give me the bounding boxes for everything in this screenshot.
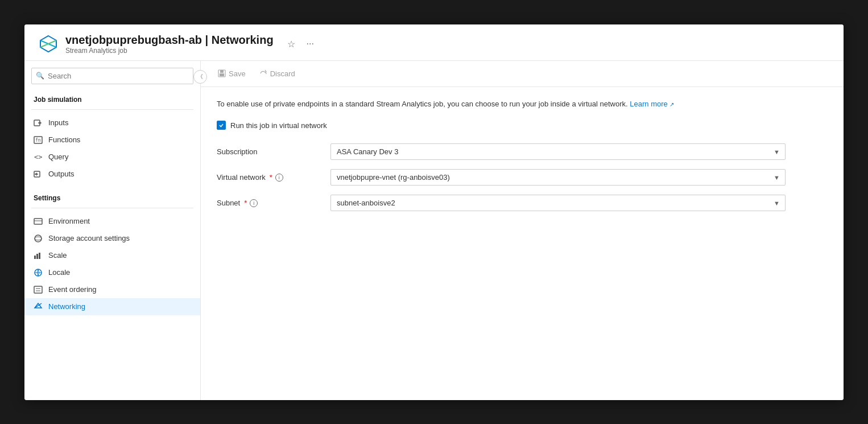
subscription-label: Subscription — [217, 147, 330, 156]
virtual-network-required: * — [270, 173, 272, 182]
sidebar-item-outputs[interactable]: Outputs — [24, 166, 200, 183]
sidebar-item-scale[interactable]: Scale — [24, 247, 200, 264]
search-input[interactable] — [31, 68, 193, 84]
section-job-simulation: Job simulation — [24, 91, 200, 107]
sidebar-item-event-ordering-label: Event ordering — [48, 285, 97, 294]
inputs-icon — [34, 118, 43, 127]
sidebar-item-outputs-label: Outputs — [48, 170, 75, 178]
save-label: Save — [229, 69, 246, 78]
subnet-row: Subnet * i subnet-anboisve2 ▼ — [217, 195, 786, 211]
save-icon — [218, 69, 226, 77]
environment-icon — [34, 217, 43, 226]
subnet-select[interactable]: subnet-anboisve2 — [330, 195, 786, 211]
more-options-button[interactable]: ··· — [304, 36, 316, 51]
page-title: vnetjobpuprebugbash-ab | Networking — [65, 34, 274, 47]
sidebar-item-environment-label: Environment — [48, 217, 90, 225]
sidebar-item-query-label: Query — [48, 153, 68, 161]
toolbar: Save Discard — [201, 61, 844, 87]
subscription-select-wrapper: ASA Canary Dev 3 ▼ — [330, 143, 786, 160]
virtual-network-checkbox-row: Run this job in virtual network — [217, 121, 828, 130]
virtual-network-row: Virtual network * i vnetjobpupre-vnet (r… — [217, 169, 786, 186]
learn-more-link[interactable]: Learn more ↗ — [630, 100, 674, 108]
virtual-network-label: Virtual network * i — [217, 173, 330, 182]
svg-point-13 — [35, 237, 42, 240]
app-window: vnetjobpuprebugbash-ab | Networking Stre… — [24, 24, 844, 400]
favorite-button[interactable]: ☆ — [285, 36, 297, 52]
virtual-network-select[interactable]: vnetjobpupre-vnet (rg-anboisve03) — [330, 169, 786, 186]
networking-icon — [34, 302, 43, 311]
checkbox-label: Run this job in virtual network — [230, 121, 327, 130]
subnet-info-icon[interactable]: i — [250, 199, 258, 207]
virtual-network-info-icon[interactable]: i — [275, 174, 283, 182]
sidebar-item-inputs[interactable]: Inputs — [24, 114, 200, 131]
storage-icon — [34, 234, 43, 243]
search-box: 🔍 — [31, 68, 193, 84]
sidebar-item-networking-label: Networking — [48, 302, 85, 311]
sidebar-item-locale[interactable]: Locale — [24, 264, 200, 281]
info-text: To enable use of private endpoints in a … — [217, 98, 729, 110]
sidebar-item-networking[interactable]: Networking — [24, 298, 200, 315]
sidebar-item-functions[interactable]: fn Functions — [24, 131, 200, 149]
svg-text:<>: <> — [34, 153, 42, 161]
sidebar-item-storage-account-settings[interactable]: Storage account settings — [24, 230, 200, 247]
outputs-icon — [34, 170, 43, 179]
sidebar-item-query[interactable]: <> Query — [24, 149, 200, 166]
sidebar-item-locale-label: Locale — [48, 268, 70, 277]
info-text-content: To enable use of private endpoints in a … — [217, 100, 628, 108]
app-logo — [38, 34, 59, 54]
discard-icon — [259, 69, 267, 77]
sidebar-scroll: Job simulation Inputs fn Functions — [24, 91, 200, 393]
query-icon: <> — [34, 153, 43, 162]
discard-label: Discard — [270, 69, 295, 78]
svg-rect-10 — [34, 219, 42, 224]
header-actions: ☆ ··· — [285, 36, 316, 52]
sidebar-item-inputs-label: Inputs — [48, 118, 68, 127]
sidebar-item-functions-label: Functions — [48, 135, 80, 144]
svg-rect-14 — [34, 256, 36, 259]
svg-rect-15 — [36, 254, 38, 259]
section-settings: Settings — [24, 190, 200, 205]
sidebar-item-event-ordering[interactable]: Event ordering — [24, 281, 200, 298]
svg-text:fn: fn — [35, 138, 41, 143]
event-ordering-icon — [34, 285, 43, 294]
virtual-network-select-wrapper: vnetjobpupre-vnet (rg-anboisve03) ▼ — [330, 169, 786, 186]
sidebar-item-storage-label: Storage account settings — [48, 234, 130, 242]
scale-icon — [34, 251, 43, 260]
subscription-row: Subscription ASA Canary Dev 3 ▼ — [217, 143, 786, 160]
page-subtitle: Stream Analytics job — [65, 47, 274, 55]
checkmark-icon — [218, 122, 224, 128]
svg-rect-19 — [34, 286, 42, 293]
svg-rect-26 — [220, 73, 224, 76]
header: vnetjobpuprebugbash-ab | Networking Stre… — [24, 24, 844, 61]
search-icon: 🔍 — [36, 72, 44, 80]
sidebar-item-scale-label: Scale — [48, 251, 67, 260]
discard-button[interactable]: Discard — [254, 67, 301, 81]
svg-rect-25 — [220, 70, 224, 73]
subnet-select-wrapper: subnet-anboisve2 ▼ — [330, 195, 786, 211]
svg-point-12 — [35, 235, 42, 242]
svg-rect-16 — [39, 253, 40, 259]
locale-icon — [34, 268, 43, 277]
header-title-group: vnetjobpuprebugbash-ab | Networking Stre… — [65, 34, 274, 55]
sidebar-item-environment[interactable]: Environment — [24, 213, 200, 230]
virtual-network-checkbox[interactable] — [217, 121, 226, 130]
sidebar-collapse-button[interactable]: 《 — [193, 70, 207, 84]
subscription-select[interactable]: ASA Canary Dev 3 — [330, 143, 786, 160]
subnet-label: Subnet * i — [217, 199, 330, 207]
save-button[interactable]: Save — [212, 67, 251, 81]
sidebar: 🔍 《 Job simulation Inputs fn — [24, 61, 201, 400]
body: 🔍 《 Job simulation Inputs fn — [24, 61, 844, 400]
content-area: To enable use of private endpoints in a … — [201, 87, 844, 400]
learn-more-label: Learn more — [630, 100, 667, 108]
external-link-icon: ↗ — [669, 101, 674, 108]
main-content: Save Discard To enable use of private en… — [201, 61, 844, 400]
subnet-required: * — [244, 199, 247, 207]
functions-icon: fn — [34, 135, 43, 145]
